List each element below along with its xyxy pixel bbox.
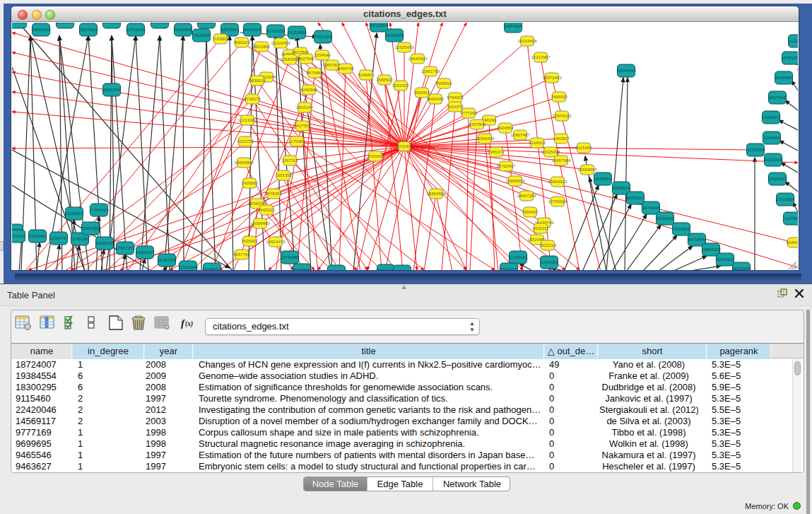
- svg-text:2530027: 2530027: [367, 153, 384, 158]
- svg-text:2005334: 2005334: [103, 87, 120, 92]
- svg-text:3915154: 3915154: [12, 233, 25, 238]
- svg-text:3267110: 3267110: [281, 158, 298, 163]
- svg-text:3493222: 3493222: [258, 207, 275, 212]
- svg-text:16210643: 16210643: [763, 157, 783, 162]
- svg-text:9912345: 9912345: [377, 268, 394, 270]
- svg-text:10553267: 10553267: [196, 23, 216, 24]
- svg-text:8322037: 8322037: [392, 83, 409, 88]
- svg-text:1145193: 1145193: [71, 236, 88, 241]
- svg-text:20091406: 20091406: [31, 27, 51, 32]
- svg-text:6679197: 6679197: [627, 195, 644, 200]
- svg-text:10756928: 10756928: [548, 199, 567, 204]
- svg-text:9474444: 9474444: [642, 205, 659, 210]
- svg-text:14136141: 14136141: [508, 255, 528, 259]
- svg-text:14055724: 14055724: [12, 23, 28, 24]
- svg-text:16648784: 16648784: [616, 68, 636, 73]
- svg-text:10699695: 10699695: [577, 167, 597, 172]
- svg-text:6497568: 6497568: [469, 122, 486, 127]
- svg-text:13384554: 13384554: [426, 191, 446, 196]
- svg-text:1527602: 1527602: [221, 27, 238, 32]
- svg-text:9777169: 9777169: [460, 110, 477, 115]
- svg-text:8427552: 8427552: [294, 123, 311, 128]
- svg-text:10654122: 10654122: [701, 247, 721, 252]
- svg-text:2687682: 2687682: [505, 23, 522, 28]
- svg-text:10719155: 10719155: [266, 28, 286, 33]
- svg-text:1733426: 1733426: [541, 259, 558, 264]
- svg-text:7625402: 7625402: [241, 238, 258, 243]
- svg-text:7515526: 7515526: [193, 33, 210, 37]
- svg-text:10973493: 10973493: [542, 75, 562, 80]
- svg-text:6466160: 6466160: [103, 23, 120, 24]
- svg-text:2803144: 2803144: [296, 105, 313, 110]
- svg-text:9245024: 9245024: [786, 240, 798, 245]
- svg-text:1640951: 1640951: [594, 176, 611, 181]
- svg-text:3675685: 3675685: [306, 70, 323, 75]
- svg-text:1621072: 1621072: [447, 104, 464, 109]
- svg-text:7163822: 7163822: [212, 36, 229, 41]
- svg-text:9839016: 9839016: [249, 78, 266, 83]
- svg-text:1527602: 1527602: [80, 27, 97, 32]
- svg-text:8134559: 8134559: [293, 267, 310, 270]
- svg-text:12213382: 12213382: [237, 117, 257, 122]
- svg-text:13226058: 13226058: [271, 40, 290, 45]
- svg-text:10025438: 10025438: [541, 149, 560, 154]
- svg-text:19654985: 19654985: [234, 160, 254, 165]
- svg-text:2522214: 2522214: [539, 243, 556, 247]
- svg-text:12923448: 12923448: [178, 264, 198, 269]
- svg-text:9827546: 9827546: [298, 56, 314, 61]
- svg-text:9115460: 9115460: [575, 145, 592, 150]
- svg-text:1010753: 1010753: [237, 139, 254, 144]
- svg-text:1463627: 1463627: [553, 136, 570, 141]
- svg-text:3660123: 3660123: [233, 40, 250, 45]
- svg-text:7884067: 7884067: [522, 209, 539, 214]
- svg-text:9657791: 9657791: [233, 252, 250, 257]
- svg-text:7632621: 7632621: [673, 226, 690, 231]
- svg-text:12975115: 12975115: [553, 113, 572, 118]
- svg-text:8812345: 8812345: [733, 266, 750, 270]
- svg-text:7955812: 7955812: [435, 81, 452, 86]
- svg-text:16782759: 16782759: [157, 257, 177, 262]
- svg-text:17359924: 17359924: [89, 207, 109, 212]
- svg-text:10719155: 10719155: [126, 27, 146, 32]
- svg-text:9227342: 9227342: [769, 95, 786, 100]
- svg-text:9234511: 9234511: [204, 267, 220, 270]
- svg-text:2154646: 2154646: [314, 52, 331, 57]
- svg-text:19218506: 19218506: [384, 33, 404, 37]
- svg-text:9329966: 9329966: [775, 75, 792, 80]
- svg-text:16099489: 16099489: [250, 221, 270, 226]
- svg-text:15751074: 15751074: [781, 55, 798, 60]
- svg-text:8471876: 8471876: [688, 237, 705, 242]
- svg-text:6794028: 6794028: [447, 95, 464, 100]
- svg-text:9242848: 9242848: [300, 87, 317, 92]
- svg-text:10958107: 10958107: [135, 250, 155, 255]
- svg-text:1167531: 1167531: [784, 216, 798, 221]
- svg-text:16671355: 16671355: [150, 23, 170, 24]
- svg-text:10807487: 10807487: [510, 132, 530, 137]
- svg-text:7485003: 7485003: [551, 94, 567, 99]
- svg-text:(x): (x): [185, 320, 193, 328]
- svg-text:9245012: 9245012: [717, 257, 734, 262]
- svg-text:6466160: 6466160: [244, 27, 261, 32]
- svg-text:1372409: 1372409: [396, 144, 413, 148]
- svg-text:2933114: 2933114: [657, 216, 673, 221]
- svg-text:8912953: 8912953: [253, 44, 270, 49]
- svg-text:3215958: 3215958: [747, 147, 764, 152]
- svg-text:16154808: 16154808: [517, 38, 537, 43]
- svg-text:8813054: 8813054: [370, 23, 387, 28]
- svg-text:7734123: 7734123: [394, 269, 411, 270]
- svg-text:9146821: 9146821: [358, 72, 375, 77]
- svg-text:1244415: 1244415: [763, 135, 780, 140]
- svg-text:13692971: 13692971: [767, 176, 787, 181]
- svg-text:23364436: 23364436: [475, 136, 495, 141]
- svg-text:10688609: 10688609: [505, 178, 525, 183]
- svg-text:2020657: 2020657: [66, 211, 83, 216]
- svg-text:6216012: 6216012: [529, 140, 546, 145]
- svg-text:8454749: 8454749: [337, 66, 354, 71]
- svg-text:15720407: 15720407: [496, 163, 516, 168]
- svg-text:8990443: 8990443: [427, 96, 444, 101]
- svg-text:16053809: 16053809: [287, 30, 307, 35]
- svg-text:7986372: 7986372: [488, 149, 505, 154]
- svg-text:12325419: 12325419: [394, 45, 414, 49]
- svg-text:5578354: 5578354: [265, 191, 282, 196]
- svg-text:1353359: 1353359: [275, 173, 292, 177]
